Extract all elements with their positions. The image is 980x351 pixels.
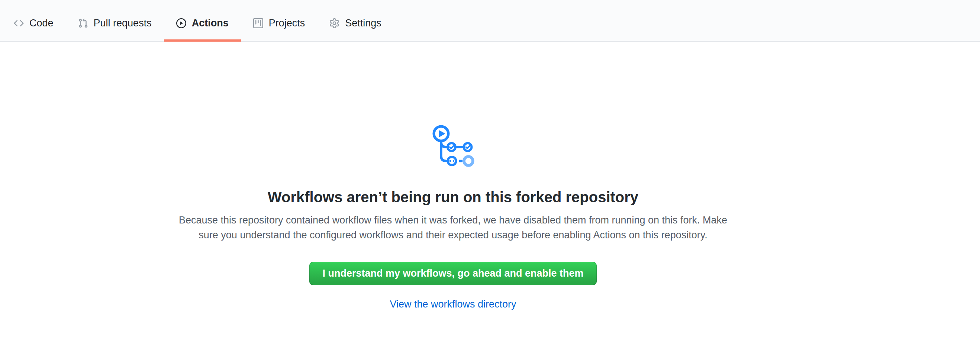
actions-disabled-page: Workflows aren’t being run on this forke… (0, 42, 980, 310)
view-workflows-link[interactable]: View the workflows directory (390, 299, 516, 310)
blankslate-heading: Workflows aren’t being run on this forke… (0, 188, 906, 206)
blankslate: Workflows aren’t being run on this forke… (0, 42, 906, 310)
tab-settings[interactable]: Settings (317, 0, 394, 41)
project-icon (253, 18, 263, 28)
description-line-1: Because this repository contained workfl… (0, 213, 906, 227)
gear-icon (329, 18, 339, 28)
tab-pull-requests[interactable]: Pull requests (66, 0, 164, 41)
git-pull-request-icon (78, 18, 88, 28)
repo-tab-bar: Code Pull requests Actions Projects Sett… (0, 0, 980, 42)
tab-label: Code (29, 18, 54, 28)
tab-code[interactable]: Code (2, 0, 66, 41)
play-icon (176, 18, 186, 28)
tab-label: Actions (192, 18, 229, 28)
tab-label: Settings (345, 18, 382, 28)
description-line-2: sure you understand the configured workf… (0, 227, 906, 242)
tab-actions[interactable]: Actions (164, 0, 241, 41)
enable-workflows-button[interactable]: I understand my workflows, go ahead and … (309, 262, 596, 285)
tab-projects[interactable]: Projects (241, 0, 318, 41)
actions-workflow-icon (431, 124, 476, 168)
tab-label: Pull requests (94, 18, 152, 28)
tab-label: Projects (269, 18, 305, 28)
blankslate-description: Because this repository contained workfl… (0, 213, 906, 242)
code-icon (14, 18, 24, 28)
